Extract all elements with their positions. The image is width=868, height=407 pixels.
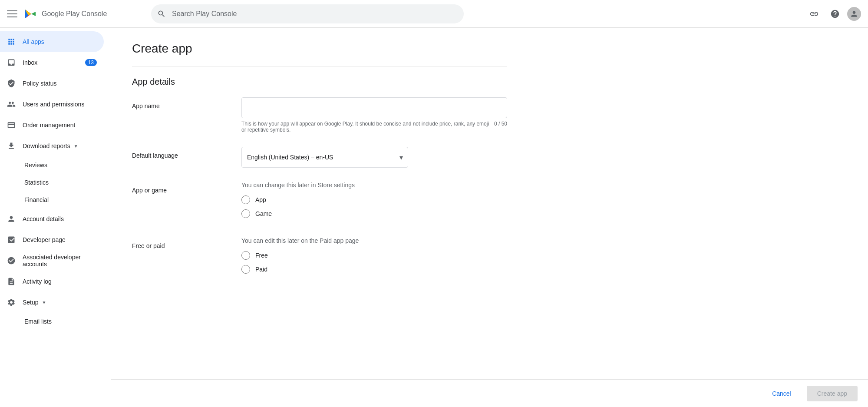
sidebar: All apps Inbox 13 Policy status bbox=[0, 28, 111, 407]
setup-label: Setup bbox=[23, 299, 39, 306]
inbox-icon bbox=[7, 58, 16, 67]
page-title: Create app bbox=[132, 42, 507, 56]
create-app-button[interactable]: Create app bbox=[807, 386, 858, 401]
main-layout: All apps Inbox 13 Policy status bbox=[0, 28, 868, 407]
search-icon bbox=[157, 10, 166, 18]
download-reports-expand-icon: ▼ bbox=[74, 144, 78, 149]
sidebar-item-activity-log[interactable]: Activity log bbox=[0, 271, 104, 292]
topbar-left: Google Play Console bbox=[7, 6, 146, 22]
app-or-game-control: You can change this later in Store setti… bbox=[241, 182, 507, 223]
setup-icon bbox=[7, 298, 16, 307]
setup-expand-icon: ▼ bbox=[42, 300, 46, 305]
sidebar-item-users-permissions[interactable]: Users and permissions bbox=[0, 94, 104, 115]
sidebar-subitem-financial[interactable]: Financial bbox=[0, 191, 111, 208]
sidebar-item-associated-accounts[interactable]: Associated developer accounts bbox=[0, 250, 104, 271]
sidebar-item-inbox[interactable]: Inbox 13 bbox=[0, 52, 104, 73]
free-or-paid-hint: You can edit this later on the Paid app … bbox=[241, 237, 507, 244]
activity-log-icon bbox=[7, 277, 16, 286]
financial-label: Financial bbox=[24, 196, 49, 203]
app-name-control: This is how your app will appear on Goog… bbox=[241, 97, 507, 133]
help-icon-button[interactable] bbox=[826, 5, 844, 23]
app-or-game-row: App or game You can change this later in… bbox=[132, 182, 507, 223]
order-management-label: Order management bbox=[23, 122, 75, 129]
email-lists-label: Email lists bbox=[24, 318, 52, 325]
users-permissions-label: Users and permissions bbox=[23, 101, 84, 108]
app-radio-option[interactable]: App bbox=[241, 195, 507, 204]
logo-google-text: Google Play Console bbox=[42, 10, 107, 17]
sidebar-item-order-management[interactable]: Order management bbox=[0, 115, 104, 136]
paid-radio-label: Paid bbox=[255, 266, 267, 273]
free-radio-input[interactable] bbox=[241, 251, 250, 260]
sidebar-subitem-statistics[interactable]: Statistics bbox=[0, 174, 111, 191]
free-radio-label: Free bbox=[255, 252, 268, 259]
download-icon bbox=[7, 142, 16, 150]
search-input[interactable] bbox=[151, 4, 464, 23]
free-or-paid-label: Free or paid bbox=[132, 237, 228, 249]
activity-log-label: Activity log bbox=[23, 278, 52, 285]
sidebar-subitem-email-lists[interactable]: Email lists bbox=[0, 313, 111, 330]
account-details-label: Account details bbox=[23, 215, 64, 222]
search-bar bbox=[151, 4, 464, 23]
app-name-row: App name This is how your app will appea… bbox=[132, 97, 507, 133]
default-language-control: English (United States) – en-US English … bbox=[241, 147, 507, 168]
default-language-row: Default language English (United States)… bbox=[132, 147, 507, 168]
cancel-button[interactable]: Cancel bbox=[762, 386, 802, 401]
game-radio-label: Game bbox=[255, 210, 272, 217]
sidebar-item-policy-status[interactable]: Policy status bbox=[0, 73, 104, 94]
main-inner: Create app App details App name This is … bbox=[111, 28, 528, 307]
inbox-badge: 13 bbox=[85, 59, 97, 66]
app-or-game-hint: You can change this later in Store setti… bbox=[241, 182, 507, 189]
account-icon bbox=[7, 215, 16, 223]
topbar-right bbox=[805, 5, 861, 23]
order-icon bbox=[7, 121, 16, 129]
language-select-wrap: English (United States) – en-US English … bbox=[241, 147, 408, 168]
policy-status-label: Policy status bbox=[23, 80, 57, 87]
sidebar-subitem-reviews[interactable]: Reviews bbox=[0, 156, 111, 174]
free-or-paid-control: You can edit this later on the Paid app … bbox=[241, 237, 507, 279]
play-console-logo-icon bbox=[23, 6, 38, 22]
sidebar-item-setup[interactable]: Setup ▼ bbox=[0, 292, 104, 313]
bottom-bar: Cancel Create app bbox=[111, 379, 868, 407]
paid-radio-option[interactable]: Paid bbox=[241, 265, 507, 274]
app-or-game-label: App or game bbox=[132, 182, 228, 194]
sidebar-item-all-apps[interactable]: All apps bbox=[0, 31, 104, 52]
default-language-label: Default language bbox=[132, 147, 228, 159]
hamburger-menu-button[interactable] bbox=[7, 9, 17, 19]
users-icon bbox=[7, 100, 16, 109]
free-or-paid-row: Free or paid You can edit this later on … bbox=[132, 237, 507, 279]
language-select[interactable]: English (United States) – en-US English … bbox=[241, 147, 408, 168]
app-name-input[interactable] bbox=[241, 97, 507, 118]
game-radio-input[interactable] bbox=[241, 209, 250, 218]
paid-radio-input[interactable] bbox=[241, 265, 250, 274]
section-title: App details bbox=[132, 77, 507, 87]
logo-area: Google Play Console bbox=[23, 6, 107, 22]
reviews-label: Reviews bbox=[24, 162, 47, 169]
all-apps-icon bbox=[7, 37, 16, 46]
sidebar-item-account-details[interactable]: Account details bbox=[0, 208, 104, 229]
inbox-label: Inbox bbox=[23, 59, 37, 66]
policy-icon bbox=[7, 79, 16, 88]
free-radio-option[interactable]: Free bbox=[241, 251, 507, 260]
main-content: Create app App details App name This is … bbox=[111, 28, 868, 379]
avatar[interactable] bbox=[847, 7, 861, 21]
statistics-label: Statistics bbox=[24, 179, 49, 186]
download-reports-label: Download reports bbox=[23, 142, 70, 149]
app-name-label: App name bbox=[132, 97, 228, 109]
app-name-hint-text: This is how your app will appear on Goog… bbox=[241, 121, 491, 133]
game-radio-option[interactable]: Game bbox=[241, 209, 507, 218]
app-name-char-count: 0 / 50 bbox=[494, 121, 507, 133]
topbar: Google Play Console bbox=[0, 0, 868, 28]
associated-accounts-label: Associated developer accounts bbox=[23, 254, 97, 268]
link-icon-button[interactable] bbox=[805, 5, 823, 23]
developer-icon bbox=[7, 235, 16, 244]
developer-page-label: Developer page bbox=[23, 236, 66, 243]
logo-text: Google Play Console bbox=[42, 10, 107, 18]
app-name-hint-row: This is how your app will appear on Goog… bbox=[241, 121, 507, 133]
app-radio-input[interactable] bbox=[241, 195, 250, 204]
divider bbox=[132, 66, 507, 66]
all-apps-label: All apps bbox=[23, 38, 44, 45]
associated-icon bbox=[7, 256, 16, 265]
sidebar-item-download-reports[interactable]: Download reports ▼ bbox=[0, 136, 104, 156]
app-radio-label: App bbox=[255, 196, 266, 203]
sidebar-item-developer-page[interactable]: Developer page bbox=[0, 229, 104, 250]
